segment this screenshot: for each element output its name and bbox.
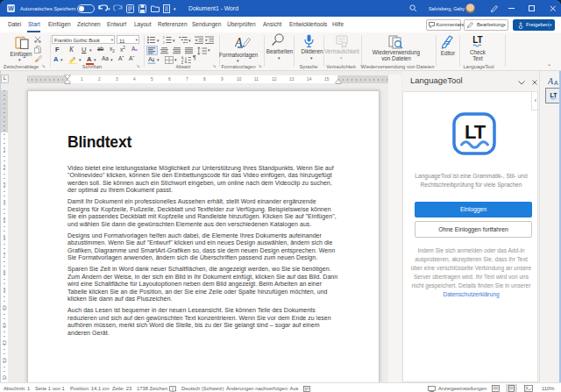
svg-text:2: 2 [163,41,165,44]
svg-text:1: 1 [163,36,165,39]
svg-text:W: W [8,5,14,11]
svg-text:LT: LT [550,92,558,98]
svg-text:A: A [554,80,558,86]
svg-text:LT: LT [465,121,486,143]
svg-text:LT: LT [472,35,482,45]
svg-text:A: A [548,76,554,86]
